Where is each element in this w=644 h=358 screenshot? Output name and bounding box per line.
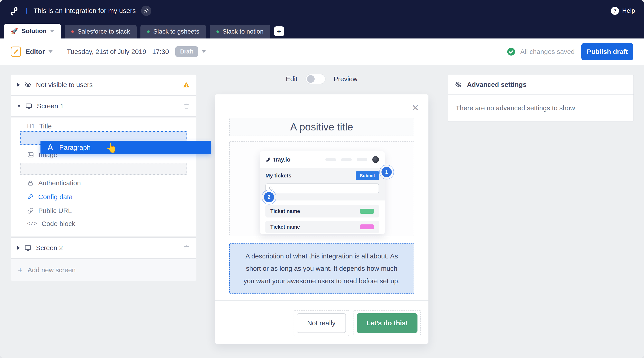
mockup-screenshot: tray.io My tickets Submit: [260, 151, 385, 234]
wrench-icon: [27, 194, 34, 200]
help-label: Help: [622, 7, 635, 14]
workflow-tabbar: 🚀 Solution Salesforce to slack Slack to …: [0, 21, 644, 39]
item-label: Config data: [38, 193, 72, 201]
mockup-nav-placeholders: [325, 156, 379, 163]
element-label: Title: [39, 122, 52, 130]
callout-badge-1: 1: [379, 165, 394, 179]
version-dropdown-icon[interactable]: [202, 50, 206, 53]
tab-label: Slack to gsheets: [153, 28, 199, 35]
lets-do-this-button[interactable]: Let’s do this!: [357, 313, 418, 333]
screens-panel: Not visible to users Screen 1 H1 Titl: [11, 75, 196, 281]
item-label: Authentication: [38, 179, 81, 187]
mockup-brand: tray.io: [274, 156, 290, 163]
badge-number: 1: [382, 167, 392, 177]
status-dot: [71, 31, 74, 33]
status-dot: [216, 31, 219, 33]
delete-screen-button[interactable]: [183, 103, 190, 109]
eye-off-icon: [24, 81, 32, 88]
plus-icon: +: [277, 27, 281, 36]
modal-footer-divider: [215, 300, 428, 301]
integration-settings-button[interactable]: [141, 6, 152, 16]
add-new-screen-button[interactable]: + Add new screen: [11, 259, 196, 281]
add-screen-label: Add new screen: [28, 266, 76, 274]
draft-status-badge: Draft: [175, 46, 198, 57]
tab-label: Solution: [22, 28, 46, 35]
screen-label: Screen 1: [37, 102, 64, 110]
mockup-header: tray.io: [260, 151, 385, 168]
dragged-element-label: Paragraph: [59, 144, 90, 151]
integration-preview-card: ✕ A positive title tray.io: [215, 94, 428, 344]
item-authentication[interactable]: Authentication: [27, 179, 81, 187]
chevron-down-icon: [50, 30, 54, 33]
item-config-data[interactable]: Config data: [27, 193, 72, 201]
integration-title: This is an integration for my users: [34, 7, 136, 15]
add-tab-button[interactable]: +: [274, 27, 284, 36]
help-button[interactable]: ? Help: [611, 7, 635, 15]
h1-icon: H1: [27, 123, 35, 130]
editable-title-block[interactable]: A positive title: [229, 118, 414, 136]
ticket-row: Ticket name: [266, 221, 379, 233]
code-icon: </>: [27, 221, 37, 227]
edit-label: Edit: [286, 75, 298, 83]
chevron-right-icon: [17, 246, 20, 250]
item-label: Public URL: [38, 207, 72, 215]
dragged-paragraph-element[interactable]: A Paragraph 👆: [40, 141, 211, 154]
badge-number: 2: [264, 192, 274, 202]
drop-zone-empty[interactable]: [20, 163, 187, 175]
link-icon: [27, 207, 34, 214]
editable-secondary-button-block[interactable]: Not really: [294, 310, 349, 336]
element-title[interactable]: H1 Title: [27, 122, 52, 130]
tab-slack-to-notion[interactable]: Slack to notion: [210, 25, 270, 39]
gear-icon: [144, 8, 149, 14]
tab-slack-to-gsheets[interactable]: Slack to gsheets: [140, 25, 206, 39]
advanced-settings-header: Advanced settings: [448, 75, 634, 95]
ticket-name: Ticket name: [270, 208, 300, 214]
edit-preview-toggle[interactable]: [306, 74, 326, 84]
avatar: [372, 156, 379, 163]
ticket-name: Ticket name: [270, 224, 300, 230]
ticket-status-pill: [360, 209, 374, 214]
close-icon[interactable]: ✕: [412, 103, 419, 112]
tab-solution[interactable]: 🚀 Solution: [4, 24, 61, 39]
editor-dropdown-icon[interactable]: [48, 50, 52, 53]
chevron-right-icon: [17, 83, 20, 87]
tray-logo-icon: [9, 5, 20, 16]
screen-2-header[interactable]: Screen 2: [11, 238, 196, 258]
item-public-url[interactable]: Public URL: [27, 207, 72, 215]
image-icon: [27, 151, 34, 158]
publish-draft-button[interactable]: Publish draft: [582, 43, 633, 60]
ticket-status-pill: [360, 224, 374, 229]
toggle-knob: [307, 75, 314, 83]
workspace: Not visible to users Screen 1 H1 Titl: [0, 65, 644, 358]
screen-label: Screen 2: [36, 244, 63, 252]
check-circle-icon: [507, 48, 516, 56]
advanced-settings-panel: Advanced settings There are no advanced …: [448, 75, 634, 122]
screen-1-header[interactable]: Screen 1: [11, 96, 196, 116]
warning-icon: [183, 81, 190, 88]
delete-screen-button[interactable]: [183, 245, 190, 251]
nav-placeholder: [325, 158, 336, 161]
draft-date: Tuesday, 21st of July 2019 - 17:30: [67, 48, 169, 56]
editable-primary-button-block[interactable]: Let’s do this!: [354, 310, 420, 336]
save-status: All changes saved: [507, 48, 582, 56]
help-icon: ?: [611, 7, 619, 15]
monitor-icon: [24, 244, 32, 251]
section-label: Not visible to users: [36, 81, 92, 89]
description-text: A description of what this integration i…: [242, 250, 401, 287]
pointer-cursor-icon: 👆: [106, 142, 118, 153]
editable-description-block[interactable]: A description of what this integration i…: [229, 243, 414, 293]
lock-icon: [27, 180, 34, 186]
nav-placeholder: [341, 158, 352, 161]
editable-image-block[interactable]: tray.io My tickets Submit: [229, 141, 414, 236]
tab-label: Slack to notion: [222, 28, 264, 35]
callout-badge-2: 2: [262, 190, 276, 204]
chevron-down-icon: [17, 105, 21, 107]
tab-salesforce-to-slack[interactable]: Salesforce to slack: [64, 25, 137, 39]
section-not-visible-to-users[interactable]: Not visible to users: [11, 75, 196, 95]
item-code-block[interactable]: </> Code block: [27, 220, 75, 228]
not-really-button[interactable]: Not really: [297, 313, 346, 333]
plus-icon: +: [18, 266, 22, 274]
editor-toolbar: Editor Tuesday, 21st of July 2019 - 17:3…: [0, 39, 644, 65]
tray-logo-small-icon: [266, 157, 271, 162]
editor-mode-label: Editor: [26, 48, 45, 56]
